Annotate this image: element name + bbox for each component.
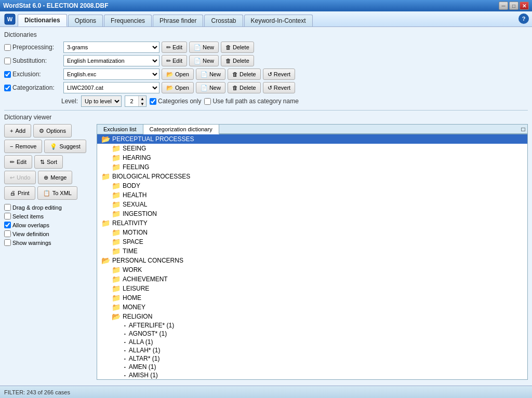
tab-crosstab[interactable]: Crosstab (204, 15, 243, 26)
tree-item[interactable]: 📁 INGESTION (97, 209, 527, 218)
tree-item[interactable]: 📁 HEALTH (97, 190, 527, 200)
tree-item[interactable]: 📁 ACHIEVEMENT (97, 275, 527, 284)
revert-icon: ↺ (268, 85, 272, 91)
tree-item[interactable]: 📁 SPACE (97, 237, 527, 246)
exclusion-label: Exclusion: (4, 71, 61, 78)
maximize-button[interactable]: □ (509, 2, 518, 10)
help-button[interactable]: ? (518, 13, 529, 24)
tree-item[interactable]: 📁 MONEY (97, 303, 527, 312)
allow-overlaps-label[interactable]: Allow overlaps (4, 222, 92, 228)
preprocessing-new-button[interactable]: 📄 New (189, 42, 219, 53)
drag-drop-label[interactable]: Drag & drop editing (4, 204, 92, 211)
show-warnings-label[interactable]: Show warnings (4, 239, 92, 246)
resize-handle[interactable]: □ (519, 125, 527, 134)
tree-item[interactable]: 📁 HEARING (97, 153, 527, 162)
allow-overlaps-checkbox[interactable] (4, 222, 11, 228)
full-path-checkbox[interactable] (204, 98, 211, 105)
select-items-label[interactable]: Select items (4, 213, 92, 219)
categorization-new-button[interactable]: 📄 New (196, 82, 225, 93)
tab-options[interactable]: Options (68, 15, 103, 26)
preprocessing-checkbox[interactable] (4, 44, 11, 51)
exclusion-delete-button[interactable]: 🗑 Delete (228, 68, 261, 80)
tree-item[interactable]: • ALTAR* (1) (97, 354, 527, 363)
tree-item[interactable]: 📂 RELIGION (97, 312, 527, 321)
bullet-icon: • (124, 332, 126, 336)
show-warnings-checkbox[interactable] (4, 239, 11, 246)
substitution-edit-button[interactable]: ✏ Edit (162, 55, 187, 66)
tree-item[interactable]: 📁 MOTION (97, 228, 527, 237)
view-definition-label[interactable]: View definition (4, 230, 92, 237)
options-button[interactable]: ⚙ Options (33, 124, 72, 138)
tree-item[interactable]: 📁 WORK (97, 265, 527, 275)
tree-item[interactable]: 📁 TIME (97, 246, 527, 256)
categories-only-label[interactable]: Categories only (150, 98, 201, 105)
tree-item[interactable]: 📁 RELATIVITY (97, 218, 527, 228)
preprocessing-edit-button[interactable]: ✏ Edit (162, 42, 187, 53)
categorization-delete-button[interactable]: 🗑 Delete (228, 82, 261, 93)
tree-item[interactable]: • AGNOST* (1) (97, 330, 527, 338)
tab-dictionaries[interactable]: Dictionaries (18, 14, 67, 26)
categorization-revert-button[interactable]: ↺ Revert (263, 82, 295, 93)
view-definition-checkbox[interactable] (4, 230, 11, 237)
sort-button[interactable]: ⇅ Sort (34, 155, 63, 169)
tree-item[interactable]: • AMEN (1) (97, 363, 527, 371)
tree-item[interactable]: 📁 LEISURE (97, 284, 527, 293)
substitution-checkbox[interactable] (4, 58, 11, 64)
undo-button[interactable]: ↩ Undo (4, 171, 36, 184)
exclusion-open-button[interactable]: 📂 Open (162, 68, 194, 80)
tab-categorization-dict[interactable]: Categorization dictionary (143, 125, 219, 134)
tree-item[interactable]: 📁 SEEING (97, 144, 527, 153)
toxml-button[interactable]: 📋 To XML (37, 186, 77, 200)
substitution-new-button[interactable]: 📄 New (189, 55, 219, 66)
categories-only-checkbox[interactable] (150, 98, 156, 105)
select-items-checkbox[interactable] (4, 213, 11, 219)
tree-item[interactable]: • AFTERLIFE* (1) (97, 321, 527, 330)
tree-item[interactable]: 📁 HOME (97, 293, 527, 303)
tree-item[interactable]: • ALLAH* (1) (97, 346, 527, 354)
tab-exclusion-list[interactable]: Exclusion list (97, 125, 143, 134)
categorization-open-button[interactable]: 📂 Open (162, 82, 194, 93)
drag-drop-checkbox[interactable] (4, 204, 11, 211)
viewer-title: Dictionary viewer (4, 114, 528, 121)
merge-button[interactable]: ⊕ Merge (38, 171, 72, 184)
tab-keyword-in-context[interactable]: Keyword-In-Context (244, 15, 313, 26)
exclusion-revert-button[interactable]: ↺ Revert (263, 68, 295, 80)
preprocessing-select[interactable]: 3-grams 2-grams None (63, 42, 159, 53)
tree-item[interactable]: 📁 BODY (97, 181, 527, 190)
categorization-select[interactable]: LIWC2007.cat None (63, 82, 159, 93)
close-button[interactable]: ✕ (520, 2, 529, 10)
level-number-field[interactable] (125, 98, 138, 104)
folder-closed-icon: 📁 (112, 191, 121, 199)
tab-phrase-finder[interactable]: Phrase finder (153, 15, 203, 26)
tree-item[interactable]: 📁 SEXUAL (97, 200, 527, 209)
tree-item[interactable]: • AMISH (1) (97, 371, 527, 379)
substitution-delete-button[interactable]: 🗑 Delete (221, 55, 254, 66)
level-up-button[interactable]: ▲ (139, 96, 146, 101)
tree-item[interactable]: • ALLA (1) (97, 338, 527, 346)
viewer-options: Drag & drop editing Select items Allow o… (4, 204, 92, 246)
level-select[interactable]: Up to level Only level (81, 95, 122, 107)
viewer-sidebar: + Add ⚙ Options − Remove 💡 Suggest (4, 124, 92, 380)
suggest-button[interactable]: 💡 Suggest (44, 140, 86, 153)
tree-item[interactable]: 📂 PERSONAL CONCERNS (97, 256, 527, 265)
preprocessing-delete-button[interactable]: 🗑 Delete (221, 42, 254, 53)
tree-item[interactable]: 📂 PERCEPTUAL PROCESSES (97, 134, 527, 144)
tree-scroll[interactable]: 📂 PERCEPTUAL PROCESSES 📁 SEEING 📁 HEARIN… (97, 134, 527, 379)
sort-icon: ⇅ (40, 159, 45, 166)
print-button[interactable]: 🖨 Print (4, 186, 35, 200)
level-down-button[interactable]: ▼ (139, 101, 146, 106)
full-path-label[interactable]: Use full path as category name (204, 98, 298, 105)
exclusion-select[interactable]: English.exc None (63, 68, 159, 80)
tab-frequencies[interactable]: Frequencies (104, 15, 152, 26)
categorization-checkbox[interactable] (4, 85, 11, 91)
btn-row-3: ✏ Edit ⇅ Sort (4, 155, 92, 169)
substitution-select[interactable]: English Lemmatization None (63, 55, 159, 66)
minimize-button[interactable]: ─ (499, 2, 508, 10)
edit-button[interactable]: ✏ Edit (4, 155, 32, 169)
exclusion-new-button[interactable]: 📄 New (196, 68, 225, 80)
add-button[interactable]: + Add (4, 124, 31, 138)
tree-item[interactable]: 📁 BIOLOGICAL PROCESSES (97, 172, 527, 181)
tree-item[interactable]: 📁 FEELING (97, 162, 527, 172)
exclusion-checkbox[interactable] (4, 71, 11, 78)
remove-button[interactable]: − Remove (4, 140, 42, 153)
